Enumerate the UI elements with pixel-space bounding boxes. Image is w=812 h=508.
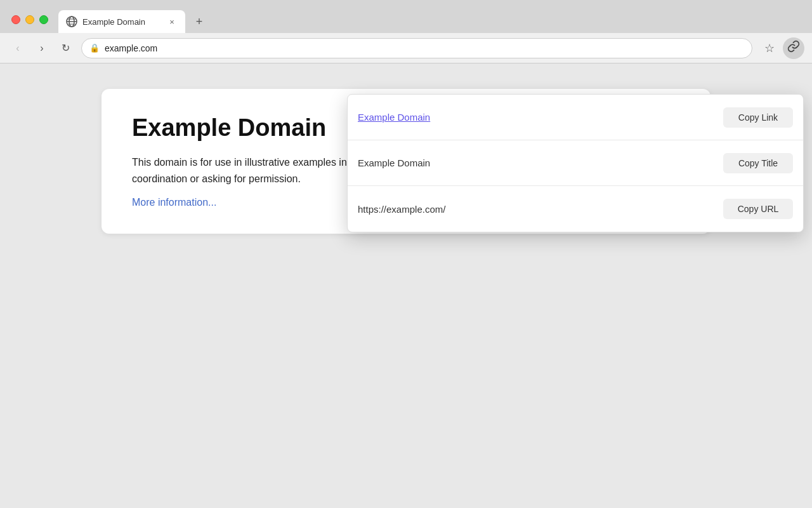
dropdown-url-text: https://example.com/ bbox=[358, 194, 723, 225]
dropdown-title-text: Example Domain bbox=[358, 147, 723, 178]
reload-button[interactable]: ↻ bbox=[56, 39, 75, 58]
new-tab-button[interactable]: + bbox=[190, 13, 208, 30]
tab-close-button[interactable]: × bbox=[166, 16, 178, 27]
maximize-button[interactable] bbox=[39, 15, 48, 24]
address-bar[interactable]: 🔒 example.com bbox=[81, 38, 752, 58]
link-icon bbox=[787, 40, 800, 56]
forward-button[interactable]: › bbox=[32, 38, 52, 58]
close-button[interactable] bbox=[11, 15, 20, 24]
forward-icon: › bbox=[40, 43, 43, 54]
share-link-button[interactable] bbox=[783, 37, 804, 59]
copy-url-button[interactable]: Copy URL bbox=[723, 199, 793, 219]
tab-favicon-icon bbox=[66, 16, 77, 27]
title-bar: Example Domain × + bbox=[0, 0, 812, 33]
active-tab[interactable]: Example Domain × bbox=[58, 10, 185, 33]
toolbar-right: ☆ bbox=[759, 37, 804, 59]
dropdown-row-title: Example Domain Copy Title bbox=[348, 140, 803, 186]
more-info-link[interactable]: More information... bbox=[132, 197, 216, 208]
copy-link-button[interactable]: Copy Link bbox=[723, 107, 793, 128]
tabs-area: Example Domain × + bbox=[58, 6, 812, 33]
copy-title-button[interactable]: Copy Title bbox=[723, 153, 793, 173]
dropdown-link-text[interactable]: Example Domain bbox=[358, 102, 723, 133]
dropdown-row-url: https://example.com/ Copy URL bbox=[348, 186, 803, 232]
back-icon: ‹ bbox=[16, 43, 19, 54]
lock-icon: 🔒 bbox=[89, 43, 100, 53]
bookmark-button[interactable]: ☆ bbox=[759, 37, 780, 59]
dropdown-popup: Example Domain Copy Link Example Domain … bbox=[347, 94, 804, 232]
traffic-lights bbox=[0, 15, 58, 24]
back-button[interactable]: ‹ bbox=[8, 38, 28, 58]
toolbar: ‹ › ↻ 🔒 example.com ☆ bbox=[0, 33, 812, 64]
tab-title: Example Domain bbox=[82, 17, 161, 27]
reload-icon: ↻ bbox=[62, 42, 70, 54]
minimize-button[interactable] bbox=[25, 15, 34, 24]
dropdown-row-link: Example Domain Copy Link bbox=[348, 95, 803, 140]
address-text: example.com bbox=[105, 43, 744, 53]
star-icon: ☆ bbox=[764, 41, 775, 55]
window-chrome: Example Domain × + ‹ › ↻ 🔒 example.com ☆ bbox=[0, 0, 812, 64]
